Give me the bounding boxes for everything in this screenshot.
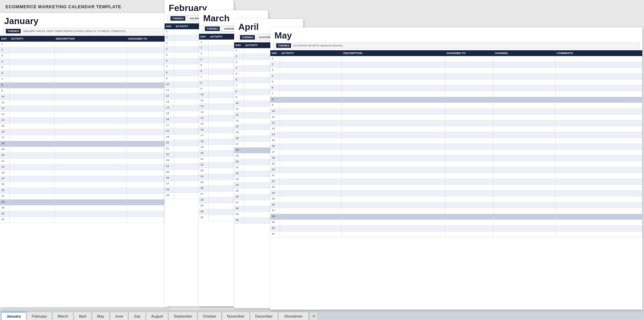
day-number[interactable]: 19	[0, 147, 10, 152]
data-cell[interactable]	[445, 132, 494, 138]
data-cell[interactable]	[280, 156, 342, 161]
data-cell[interactable]	[445, 214, 494, 220]
day-number[interactable]: 13	[0, 112, 10, 117]
data-cell[interactable]	[555, 74, 642, 79]
day-number[interactable]: 12	[199, 104, 209, 109]
data-cell[interactable]	[494, 220, 555, 225]
day-number[interactable]: 23	[0, 170, 10, 176]
data-cell[interactable]	[555, 185, 642, 190]
data-cell[interactable]	[280, 109, 342, 114]
data-cell[interactable]	[127, 147, 165, 152]
data-cell[interactable]	[445, 79, 494, 85]
table-row[interactable]: 24	[270, 191, 642, 196]
table-row[interactable]: 17	[0, 135, 168, 141]
data-cell[interactable]	[342, 161, 445, 167]
data-cell[interactable]	[127, 100, 165, 106]
data-cell[interactable]	[494, 97, 555, 103]
data-cell[interactable]	[127, 118, 165, 123]
data-cell[interactable]	[10, 147, 54, 152]
data-cell[interactable]	[54, 106, 127, 111]
day-number[interactable]: 7	[0, 77, 10, 82]
data-cell[interactable]	[54, 176, 127, 182]
day-number[interactable]: 23	[199, 168, 209, 174]
data-cell[interactable]	[54, 194, 127, 199]
data-cell[interactable]	[445, 115, 494, 120]
day-number[interactable]: 16	[270, 144, 280, 149]
data-cell[interactable]	[494, 226, 555, 231]
data-cell[interactable]	[10, 88, 54, 94]
table-row[interactable]: 19	[270, 161, 642, 167]
data-cell[interactable]	[445, 202, 494, 208]
table-row[interactable]: 27	[0, 194, 168, 200]
day-number[interactable]: 1	[199, 40, 209, 45]
day-number[interactable]: 27	[234, 200, 244, 206]
table-row[interactable]: 7	[270, 91, 642, 97]
data-cell[interactable]	[10, 47, 54, 53]
data-cell[interactable]	[54, 124, 127, 129]
data-cell[interactable]	[445, 62, 494, 67]
data-cell[interactable]	[494, 196, 555, 202]
table-row[interactable]: 28	[0, 200, 168, 205]
data-cell[interactable]	[10, 59, 54, 65]
day-number[interactable]: 28	[234, 206, 244, 212]
day-number[interactable]: 3	[0, 53, 10, 59]
table-row[interactable]: 29	[0, 205, 168, 211]
day-number[interactable]: 11	[0, 100, 10, 106]
data-cell[interactable]	[54, 42, 127, 47]
data-cell[interactable]	[10, 141, 54, 147]
day-number[interactable]: 15	[0, 124, 10, 129]
day-number[interactable]: 7	[165, 64, 174, 70]
data-cell[interactable]	[342, 191, 445, 196]
january-themes-btn[interactable]: THEMES	[6, 29, 21, 33]
day-number[interactable]: 10	[199, 92, 209, 98]
data-cell[interactable]	[280, 220, 342, 225]
data-cell[interactable]	[54, 118, 127, 123]
data-cell[interactable]	[10, 118, 54, 123]
data-cell[interactable]	[555, 62, 642, 67]
data-cell[interactable]	[445, 85, 494, 91]
day-number[interactable]: 9	[165, 76, 174, 82]
data-cell[interactable]	[280, 185, 342, 190]
data-cell[interactable]	[127, 71, 165, 76]
table-row[interactable]: 9	[0, 88, 168, 94]
day-number[interactable]: 8	[234, 89, 244, 95]
data-cell[interactable]	[342, 167, 445, 173]
table-row[interactable]: 11	[0, 100, 168, 106]
data-cell[interactable]	[445, 196, 494, 202]
data-cell[interactable]	[494, 161, 555, 167]
data-cell[interactable]	[342, 138, 445, 143]
table-row[interactable]: 9	[270, 103, 642, 109]
day-number[interactable]: 8	[0, 83, 10, 88]
data-cell[interactable]	[555, 109, 642, 114]
data-cell[interactable]	[555, 202, 642, 208]
day-number[interactable]: 17	[270, 150, 280, 155]
data-cell[interactable]	[494, 138, 555, 143]
data-cell[interactable]	[127, 170, 165, 176]
data-cell[interactable]	[127, 159, 165, 164]
data-cell[interactable]	[280, 179, 342, 184]
data-cell[interactable]	[54, 147, 127, 152]
tab--disclaimer-[interactable]: -Disclaimer-	[278, 312, 309, 320]
data-cell[interactable]	[445, 220, 494, 225]
table-row[interactable]: 27	[270, 208, 642, 214]
data-cell[interactable]	[555, 161, 642, 167]
data-cell[interactable]	[280, 138, 342, 143]
data-cell[interactable]	[280, 56, 342, 62]
day-number[interactable]: 24	[199, 174, 209, 180]
data-cell[interactable]	[10, 153, 54, 158]
data-cell[interactable]	[280, 74, 342, 79]
data-cell[interactable]	[555, 167, 642, 173]
data-cell[interactable]	[10, 124, 54, 129]
day-number[interactable]: 1	[270, 56, 280, 62]
day-number[interactable]: 31	[0, 217, 10, 223]
day-number[interactable]: 26	[199, 186, 209, 191]
table-row[interactable]: 20	[0, 153, 168, 159]
table-row[interactable]: 18	[0, 141, 168, 147]
day-number[interactable]: 30	[199, 209, 209, 215]
data-cell[interactable]	[280, 161, 342, 167]
data-cell[interactable]	[10, 170, 54, 176]
data-cell[interactable]	[54, 153, 127, 158]
data-cell[interactable]	[280, 126, 342, 132]
table-row[interactable]: 22	[0, 164, 168, 170]
day-number[interactable]: 19	[199, 145, 209, 150]
